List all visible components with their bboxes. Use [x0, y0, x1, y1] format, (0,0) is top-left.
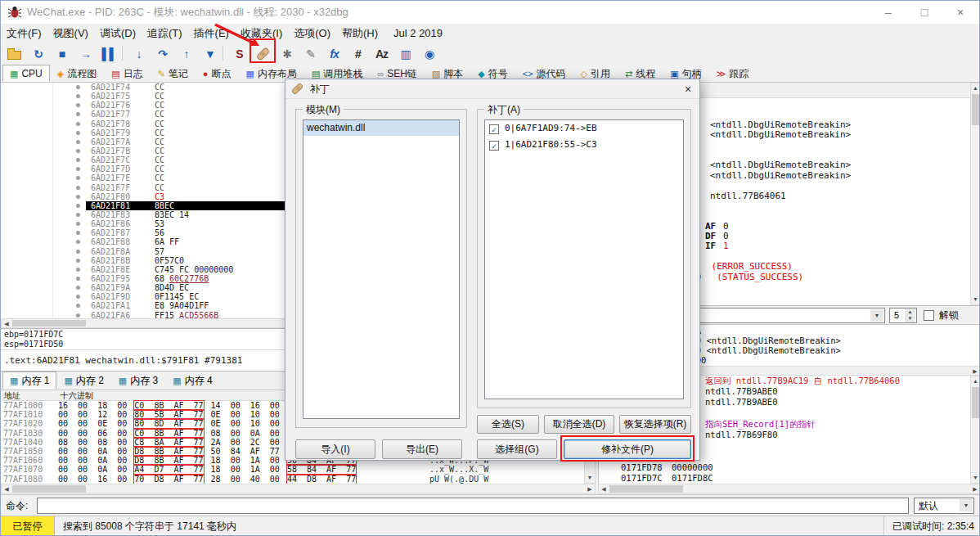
command-input[interactable]	[37, 498, 909, 514]
breakpoint-gutter[interactable]	[53, 311, 86, 318]
breakpoint-gutter[interactable]	[53, 192, 86, 201]
select-all-button[interactable]: 全选(S)	[477, 415, 539, 434]
toolbar-settings-button[interactable]: ✱	[276, 44, 297, 64]
breakpoint-gutter[interactable]	[53, 146, 86, 155]
scroll-thumb[interactable]	[972, 387, 979, 418]
scroll-right-icon[interactable]: ▶	[585, 484, 595, 493]
breakpoint-gutter[interactable]	[53, 274, 86, 283]
scroll-down-icon[interactable]: ▼	[585, 473, 595, 483]
dump-row[interactable]: 77AF108000 00 16 0070 D8 AF 7728 00 40 0…	[1, 475, 584, 484]
breakpoint-gutter[interactable]	[53, 256, 86, 265]
module-list-item[interactable]: wechatwin.dll	[303, 120, 459, 136]
tab-notes[interactable]: ✎笔记	[151, 65, 196, 82]
toolbar-memory-window-button[interactable]: ▥	[395, 44, 416, 64]
breakpoint-gutter[interactable]	[53, 183, 86, 192]
scroll-right-icon[interactable]: ▶	[970, 484, 980, 493]
restore-selected-button[interactable]: 恢复选择项(R)	[619, 415, 691, 434]
toolbar-pause-button[interactable]: ▌▌	[99, 44, 119, 64]
args-count-spinner[interactable]: 5 ▲▼	[889, 308, 917, 323]
toolbar-breakpoint-list-button[interactable]: #	[348, 44, 368, 64]
toolbar-stop-button[interactable]: ■	[52, 44, 72, 64]
patch-list-item[interactable]: ✓1|6AD21F80:55->C3	[485, 137, 683, 153]
memory-tab-4[interactable]: ▦内存 4	[165, 372, 219, 390]
scroll-up-icon[interactable]: ▲	[971, 83, 980, 93]
memory-tab-2[interactable]: ▦内存 2	[56, 372, 110, 390]
scroll-thumb[interactable]	[12, 485, 86, 493]
spinner-arrows-icon[interactable]: ▲▼	[905, 309, 915, 322]
close-button[interactable]: ×	[943, 1, 978, 24]
minimize-button[interactable]: –	[871, 1, 906, 24]
left-bottom-horizontal-scrollbar[interactable]: ◀▶	[1, 484, 596, 494]
breakpoint-gutter[interactable]	[53, 137, 86, 146]
scroll-up-icon[interactable]: ▲	[971, 376, 980, 386]
toolbar-search-button[interactable]: ◉	[419, 44, 439, 64]
toolbar-open-file-button[interactable]	[4, 44, 25, 64]
dialog-close-button[interactable]: ×	[680, 81, 696, 97]
chevron-down-icon[interactable]: ▼	[960, 499, 973, 511]
patch-checkbox[interactable]: ✓	[489, 141, 499, 151]
breakpoint-gutter[interactable]	[53, 247, 86, 256]
scroll-thumb[interactable]	[972, 94, 979, 125]
tab-graph[interactable]: ◈流程图	[50, 65, 104, 82]
memory-tab-1[interactable]: ▦内存 1	[2, 372, 56, 390]
toolbar-appearance-button[interactable]: ✎	[300, 44, 321, 64]
scroll-right-icon[interactable]: ▶	[970, 367, 980, 375]
breakpoint-gutter[interactable]	[53, 110, 86, 119]
maximize-button[interactable]: □	[907, 1, 942, 24]
import-button[interactable]: 导入(I)	[295, 439, 375, 459]
menu-item-debug[interactable]: 调试(D)	[94, 24, 142, 43]
breakpoint-gutter[interactable]	[53, 101, 86, 110]
stack-row[interactable]: 0171FD7800000000	[599, 462, 970, 473]
scroll-thumb[interactable]	[12, 320, 86, 327]
memory-tab-3[interactable]: ▦内存 3	[111, 372, 165, 390]
stack-row[interactable]: 0171FD7C0171FD8C	[599, 473, 970, 484]
breakpoint-gutter[interactable]	[53, 265, 86, 274]
export-button[interactable]: 导出(E)	[382, 439, 462, 459]
patch-checkbox[interactable]: ✓	[489, 124, 499, 134]
breakpoint-gutter[interactable]	[53, 283, 86, 292]
deselect-all-button[interactable]: 取消全选(D)	[544, 415, 614, 434]
patch-list-item[interactable]: ✓0|6A7F1AD9:74->EB	[485, 120, 683, 137]
select-group-button[interactable]: 选择组(G)	[477, 439, 557, 459]
breakpoint-gutter[interactable]	[53, 228, 86, 237]
toolbar-calculator-button[interactable]: fx	[324, 44, 344, 64]
toolbar-step-into-button[interactable]: ↓	[128, 44, 149, 64]
scroll-down-icon[interactable]: ▼	[971, 473, 980, 483]
tab-breakpoints[interactable]: ●断点	[196, 65, 239, 82]
toolbar-step-out-button[interactable]: ↑	[176, 44, 196, 64]
command-profile-select[interactable]: 默认 ▼	[914, 498, 974, 514]
breakpoint-gutter[interactable]	[53, 173, 86, 182]
scroll-left-icon[interactable]: ◀	[599, 484, 609, 493]
breakpoint-gutter[interactable]	[53, 210, 86, 219]
toolbar-step-over-button[interactable]: ↷	[152, 44, 173, 64]
tab-log[interactable]: ▤日志	[104, 65, 150, 82]
toolbar-restart-button[interactable]: ↻	[28, 44, 48, 64]
menu-item-view[interactable]: 视图(V)	[47, 24, 94, 43]
chevron-down-icon[interactable]: ▼	[870, 309, 883, 322]
patch-dialog-titlebar[interactable]: 补丁 ×	[285, 79, 699, 99]
scroll-left-icon[interactable]: ◀	[2, 319, 11, 327]
menu-item-help[interactable]: 帮助(H)	[336, 24, 384, 43]
scroll-left-icon[interactable]: ◀	[2, 484, 11, 493]
breakpoint-gutter[interactable]	[53, 164, 86, 173]
breakpoint-gutter[interactable]	[53, 292, 86, 301]
toolbar-strings-button[interactable]: Az	[371, 44, 392, 64]
breakpoint-gutter[interactable]	[53, 92, 86, 101]
menu-item-file[interactable]: 文件(F)	[1, 24, 47, 43]
breakpoint-gutter[interactable]	[53, 119, 86, 128]
scroll-down-icon[interactable]: ▼	[971, 295, 980, 304]
stack-vertical-scrollbar[interactable]: ▲▼	[970, 376, 980, 484]
menu-item-trace[interactable]: 追踪(T)	[142, 24, 188, 43]
right-bottom-horizontal-scrollbar[interactable]: ◀▶	[598, 484, 980, 494]
breakpoint-gutter[interactable]	[53, 237, 86, 246]
breakpoint-gutter[interactable]	[53, 301, 86, 310]
registers-vertical-scrollbar[interactable]: ▲▼	[970, 83, 980, 305]
tab-trace[interactable]: ≫跟踪	[709, 65, 757, 82]
unlock-checkbox[interactable]	[924, 310, 934, 321]
breakpoint-gutter[interactable]	[53, 83, 86, 92]
breakpoint-gutter[interactable]	[53, 201, 86, 210]
breakpoint-gutter[interactable]	[53, 128, 86, 137]
menu-item-options[interactable]: 选项(O)	[288, 24, 336, 43]
scroll-thumb[interactable]	[609, 485, 683, 493]
breakpoint-gutter[interactable]	[53, 219, 86, 228]
